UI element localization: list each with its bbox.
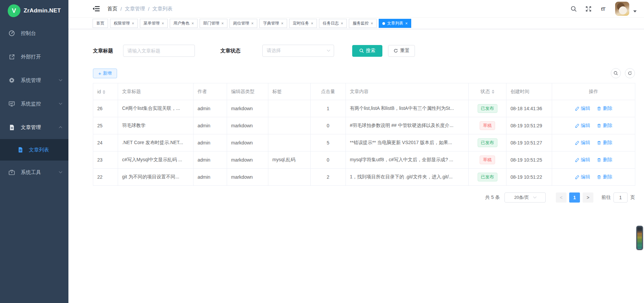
cell-clicks: 0 [311,152,346,169]
tab-user-role[interactable]: 用户角色× [170,19,198,28]
page-size-select[interactable]: 20条/页 [504,192,546,203]
prev-page-button[interactable]: < [556,192,567,203]
delete-button[interactable]: 删除 [597,174,612,180]
cell-tag [268,169,311,186]
top-bar: 首页 / 文章管理 / 文章列表 tT [68,0,644,18]
tab-service-monitor[interactable]: 服务监控× [349,19,377,28]
sidebar-item-system-tools[interactable]: 系统工具 [0,161,68,184]
fullscreen-icon[interactable] [585,5,592,12]
refresh-table-button[interactable] [625,68,635,78]
cell-created: 08-18 14:41:36 [506,100,552,117]
breadcrumb-home[interactable]: 首页 [107,6,117,12]
cell-id: 23 [93,152,118,169]
close-icon[interactable]: × [281,21,283,26]
chevron-down-icon [327,48,330,51]
pencil-icon [575,123,580,128]
cell-content: **错误提示** 当电脑更新 VS2017 版本后，如果... [346,134,469,152]
tab-permission-manage[interactable]: 权限管理× [110,19,138,28]
toggle-search-button[interactable] [611,68,621,78]
page-number-current[interactable]: 1 [569,192,580,203]
tab-menu-manage[interactable]: 菜单管理× [140,19,168,28]
cell-author: admin [194,117,227,134]
tab-article-list-active[interactable]: 文章列表× [379,19,411,28]
sidebar-item-label: 系统监控 [21,101,54,107]
delete-button[interactable]: 删除 [597,157,612,163]
user-menu-caret-icon[interactable] [633,10,637,12]
close-icon[interactable]: × [221,21,224,26]
cell-clicks: 0 [311,117,346,134]
edit-button[interactable]: 编辑 [575,157,590,163]
cell-content: mysql字符集utf8，c#写入中文后，全部显示成? ... [346,152,469,169]
tab-scheduled-task[interactable]: 定时任务× [289,19,317,28]
goto-page-input[interactable] [613,192,628,203]
column-header-status[interactable]: 状态 [469,83,506,100]
cell-actions: 编辑 删除 [552,100,635,117]
search-button[interactable]: 搜索 [352,45,382,57]
close-icon[interactable]: × [251,21,254,26]
tab-label: 服务监控 [353,20,369,26]
column-header-created: 创建时间 [506,83,552,100]
sidebar-item-label: 文章管理 [21,124,54,131]
text-size-icon[interactable]: tT [600,5,606,12]
tab-department-manage[interactable]: 部门管理× [200,19,227,28]
close-icon[interactable]: × [132,21,134,26]
column-header-tag: 标签 [268,83,311,100]
extension-handle[interactable] [636,226,643,250]
add-button[interactable]: + 新增 [93,69,117,78]
edit-button[interactable]: 编辑 [575,105,590,112]
cell-id: 26 [93,100,118,117]
breadcrumb-current-page: 文章列表 [152,6,172,12]
sidebar-item-dashboard[interactable]: 控制台 [0,21,68,45]
column-header-clicks: 点击量 [311,83,346,100]
close-icon[interactable]: × [311,21,313,26]
status-badge: 草稿 [480,156,495,164]
plus-icon: + [98,71,101,76]
sidebar-item-external-open[interactable]: 外部打开 [0,45,68,69]
toolbox-icon [8,169,15,176]
tab-home[interactable]: 首页 [93,19,108,28]
delete-button[interactable]: 删除 [597,140,612,146]
cell-editor: markdown [227,169,268,186]
next-page-button[interactable]: > [583,192,593,203]
sidebar-collapse-icon[interactable] [93,5,100,12]
tab-task-log[interactable]: 任务日志× [319,19,347,28]
sidebar-item-article-manage[interactable]: 文章管理 [0,116,68,139]
article-status-select[interactable]: 请选择 [262,45,334,57]
breadcrumb-article-manage[interactable]: 文章管理 [125,6,145,12]
cell-editor: markdown [227,100,268,117]
article-title-input[interactable] [123,45,195,57]
close-icon[interactable]: × [405,21,408,26]
close-icon[interactable]: × [371,21,373,26]
edit-button[interactable]: 编辑 [575,174,590,180]
status-badge: 已发布 [478,138,497,147]
document-icon [8,124,15,131]
close-icon[interactable]: × [162,21,164,26]
sort-caret-icon[interactable] [103,90,105,94]
sidebar-item-system-manage[interactable]: 系统管理 [0,69,68,92]
chevron-down-icon [59,78,62,81]
table-header-row: id 文章标题 作者 编辑器类型 标签 点击量 文章内容 状态 创建时间 操作 [93,83,635,100]
delete-button[interactable]: 删除 [597,105,612,112]
edit-button[interactable]: 编辑 [575,123,590,129]
column-header-id[interactable]: id [93,83,118,100]
search-icon [359,48,364,53]
delete-button[interactable]: 删除 [597,123,612,129]
table-row: 25 羽毛球教学 admin markdown 0 #羽毛球拍参数说明 ## 中… [93,117,635,134]
tab-dict-manage[interactable]: 字典管理× [259,19,287,28]
pagination-total: 共 5 条 [485,194,500,201]
sidebar-item-system-monitor[interactable]: 系统监控 [0,92,68,116]
reset-button[interactable]: 重置 [388,45,415,57]
chevron-up-icon [59,126,62,129]
breadcrumb-separator: / [148,6,149,12]
close-icon[interactable]: × [192,21,194,26]
cell-actions: 编辑 删除 [552,169,635,186]
edit-button[interactable]: 编辑 [575,140,590,146]
sidebar-item-article-list[interactable]: 文章列表 [0,139,68,161]
cell-tag [268,100,311,117]
tab-post-manage[interactable]: 岗位管理× [229,19,257,28]
sort-caret-icon[interactable] [492,90,494,94]
pencil-icon [575,175,580,179]
close-icon[interactable]: × [341,21,343,26]
user-avatar[interactable] [615,2,629,16]
search-icon[interactable] [570,5,577,12]
